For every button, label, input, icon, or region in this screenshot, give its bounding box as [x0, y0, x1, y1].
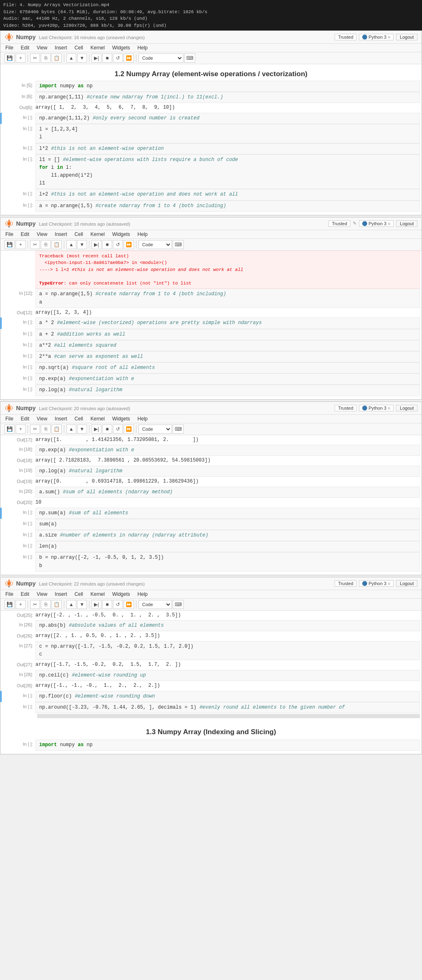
- nb1-menu-help[interactable]: Help: [137, 44, 149, 51]
- nb4-run-button[interactable]: ▶|: [91, 600, 101, 609]
- nb2-menu-file[interactable]: File: [5, 231, 14, 238]
- nb3-copy-button[interactable]: ⎘: [41, 425, 51, 434]
- nb3-cell-18-code[interactable]: np.exp(a) #exponentiation with e: [35, 445, 420, 456]
- nb3-cut-button[interactable]: ✂: [30, 425, 40, 434]
- nb2-menu-view[interactable]: View: [36, 231, 48, 238]
- nb4-logout-button[interactable]: Logout: [396, 580, 417, 587]
- nb4-cell-around-code[interactable]: np.around([-3.23, -0.76, 1.44, 2.65, ], …: [35, 702, 420, 713]
- nb1-menu-edit[interactable]: Edit: [20, 44, 30, 51]
- nb3-menu-cell[interactable]: Cell: [74, 415, 84, 422]
- nb2-menu-help[interactable]: Help: [137, 231, 149, 238]
- nb4-trusted-button[interactable]: Trusted: [335, 580, 356, 587]
- nb4-menu-insert[interactable]: Insert: [54, 591, 68, 597]
- nb2-stop-button[interactable]: ■: [102, 240, 112, 249]
- nb2-trusted-button[interactable]: Trusted: [328, 220, 350, 227]
- nb3-cell-type-select[interactable]: Code Markdown: [138, 425, 172, 434]
- nb1-add-cell-button[interactable]: +: [16, 54, 26, 63]
- nb3-menu-widgets[interactable]: Widgets: [111, 415, 131, 422]
- nb4-menu-widgets[interactable]: Widgets: [111, 591, 131, 597]
- nb3-move-up-button[interactable]: ▲: [66, 425, 76, 434]
- nb3-menu-edit[interactable]: Edit: [20, 415, 30, 422]
- nb4-cell-floor-code[interactable]: np.floor(c) #element-wise rounding down: [35, 691, 420, 702]
- nb2-menu-kernel[interactable]: Kernel: [90, 231, 106, 238]
- nb2-restart-run-button[interactable]: ⏩: [124, 240, 134, 249]
- nb1-move-down-button[interactable]: ▼: [77, 54, 87, 63]
- nb4-menu-file[interactable]: File: [5, 591, 14, 597]
- nb2-move-down-button[interactable]: ▼: [77, 240, 87, 249]
- nb3-paste-button[interactable]: 📋: [52, 425, 62, 434]
- nb4-move-down-button[interactable]: ▼: [77, 600, 87, 609]
- nb1-cell-a-code[interactable]: a = np.arange(1,5) #create ndarray from …: [35, 201, 420, 212]
- nb1-restart-run-button[interactable]: ⏩: [124, 54, 134, 63]
- nb2-menu-insert[interactable]: Insert: [54, 231, 68, 238]
- nb3-menu-help[interactable]: Help: [137, 415, 149, 422]
- nb3-stop-button[interactable]: ■: [102, 425, 112, 434]
- nb2-cell-a2-code[interactable]: a * 2 #element-wise (vectorized) operati…: [35, 317, 420, 329]
- nb4-stop-button[interactable]: ■: [102, 600, 112, 609]
- nb3-cell-20-code[interactable]: a.sum() #sum of all elements (ndarray me…: [35, 487, 420, 498]
- nb2-run-button[interactable]: ▶|: [91, 240, 101, 249]
- nb2-restart-button[interactable]: ↺: [113, 240, 123, 249]
- nb3-add-cell-button[interactable]: +: [16, 425, 26, 434]
- nb1-stop-button[interactable]: ■: [102, 54, 112, 63]
- nb4-menu-kernel[interactable]: Kernel: [90, 591, 106, 597]
- nb3-move-down-button[interactable]: ▼: [77, 425, 87, 434]
- nb4-cell-27-code[interactable]: c = np.array([-1.7, -1.5, -0.2, 0.2, 1.5…: [35, 641, 420, 660]
- nb1-run-button[interactable]: ▶|: [91, 54, 101, 63]
- nb4-cut-button[interactable]: ✂: [30, 600, 40, 609]
- nb1-cell-6-code[interactable]: np.arange(1,11) #create new ndarray from…: [35, 92, 420, 103]
- nb4-cell-28-code[interactable]: np.ceil(c) #element-wise rounding up: [35, 670, 420, 681]
- nb2-add-cell-button[interactable]: +: [16, 240, 26, 249]
- nb2-cell-12-code[interactable]: a = np.arange(1,5) #create ndarray from …: [35, 289, 420, 308]
- nb2-keyboard-button[interactable]: ⌨: [173, 240, 184, 249]
- nb1-trusted-button[interactable]: Trusted: [335, 34, 356, 40]
- nb2-cell-exp-code[interactable]: np.exp(a) #exponentiation with e: [35, 373, 420, 385]
- nb1-restart-button[interactable]: ↺: [113, 54, 123, 63]
- nb3-menu-kernel[interactable]: Kernel: [90, 415, 106, 422]
- nb3-menu-file[interactable]: File: [5, 415, 14, 422]
- nb1-copy-button[interactable]: ⎘: [41, 54, 51, 63]
- nb1-cell-lplus-code[interactable]: l+2 #this is not an element-wise operati…: [35, 189, 420, 200]
- nb1-menu-view[interactable]: View: [36, 44, 48, 51]
- nb4-restart-button[interactable]: ↺: [113, 600, 123, 609]
- nb1-cell-type-select[interactable]: Code Markdown Raw NBConvert: [138, 54, 183, 63]
- nb1-menu-file[interactable]: File: [5, 44, 14, 51]
- nb1-cell-l2-code[interactable]: l*2 #this is not an element-wise operati…: [35, 143, 420, 154]
- nb3-restart-button[interactable]: ↺: [113, 425, 123, 434]
- nb1-menu-kernel[interactable]: Kernel: [90, 44, 106, 51]
- nb3-keyboard-button[interactable]: ⌨: [173, 425, 184, 434]
- nb4-add-cell-button[interactable]: +: [16, 600, 26, 609]
- nb2-copy-button[interactable]: ⎘: [41, 240, 51, 249]
- nb3-run-button[interactable]: ▶|: [91, 425, 101, 434]
- nb2-save-button[interactable]: 💾: [5, 240, 15, 249]
- nb4-menu-cell[interactable]: Cell: [74, 591, 84, 597]
- nb2-cell-type-select[interactable]: Code Markdown: [138, 240, 172, 249]
- nb1-cell-5-code[interactable]: import numpy as np: [35, 81, 420, 92]
- nb4-cell-26-code[interactable]: np.abs(b) #absolute values of all elemen…: [35, 620, 420, 631]
- nb1-cell-active-code[interactable]: np.arange(1,11,2) #only every second num…: [35, 113, 420, 124]
- nb4-move-up-button[interactable]: ▲: [66, 600, 76, 609]
- nb2-menu-cell[interactable]: Cell: [74, 231, 84, 238]
- nb1-paste-button[interactable]: 📋: [52, 54, 62, 63]
- nb4-copy-button[interactable]: ⎘: [41, 600, 51, 609]
- nb3-cell-sum-code[interactable]: sum(a): [35, 519, 420, 530]
- nb1-keyboard-button[interactable]: ⌨: [184, 54, 195, 63]
- nb3-menu-view[interactable]: View: [36, 415, 48, 422]
- nb1-menu-insert[interactable]: Insert: [54, 44, 68, 51]
- nb2-cell-apow-code[interactable]: a**2 #all elements squared: [35, 340, 420, 351]
- nb3-menu-insert[interactable]: Insert: [54, 415, 68, 422]
- nb1-cell-l1-code[interactable]: l1 = [] #element-wise operations with li…: [35, 154, 420, 189]
- nb3-cell-b-code[interactable]: b = np.array([-2, -1, -0.5, 0, 1, 2, 3.5…: [35, 552, 420, 571]
- nb2-paste-button[interactable]: 📋: [52, 240, 62, 249]
- nb2-cell-sqrt-code[interactable]: np.sqrt(a) #square root of all elements: [35, 362, 420, 373]
- nb3-cell-19-code[interactable]: np.log(a) #natural logarithm: [35, 466, 420, 477]
- nb3-cell-lena-code[interactable]: len(a): [35, 541, 420, 552]
- nb4-save-button[interactable]: 💾: [5, 600, 15, 609]
- nb1-move-up-button[interactable]: ▲: [66, 54, 76, 63]
- nb4-paste-button[interactable]: 📋: [52, 600, 62, 609]
- nb4-menu-edit[interactable]: Edit: [20, 591, 30, 597]
- nb3-trusted-button[interactable]: Trusted: [335, 405, 356, 411]
- nb2-cell-2pa-code[interactable]: 2**a #can serve as exponent as well: [35, 351, 420, 362]
- nb4-menu-help[interactable]: Help: [137, 591, 149, 597]
- nb2-menu-edit[interactable]: Edit: [20, 231, 30, 238]
